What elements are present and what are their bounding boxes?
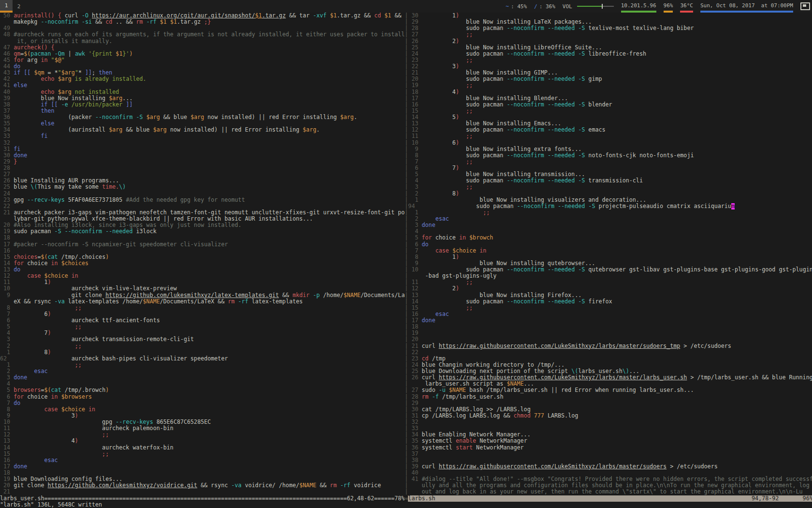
- right-pane-line: 19 ;;: [408, 82, 812, 89]
- code-row: 4 7)| 19: [0, 330, 812, 336]
- code-row: 30 done| 8 sudo pacman --noconfirm --nee…: [0, 152, 812, 159]
- split-divider: |: [405, 381, 408, 387]
- right-pane-line: 31 cp /LARBS.log LARBS.log && chmod 777 …: [408, 413, 812, 419]
- split-divider: |: [405, 140, 408, 146]
- left-pane-line: 19 blue Downloading config files...: [0, 476, 405, 482]
- left-pane-line: 49: [0, 25, 405, 31]
- right-pane-line: 13 blue Now installing Emacs...: [408, 120, 812, 127]
- right-pane-line: 8 1): [408, 254, 812, 260]
- left-pane-line: 2 ;;: [0, 343, 405, 349]
- left-pane-line: 26 blue Installing AUR programs...: [0, 178, 405, 184]
- code-row: 20 git clone https://github.com/lukesmit…: [0, 482, 812, 489]
- left-pane-line: 21 aurcheck packer i3-gaps vim-pathogen …: [0, 209, 405, 216]
- top-status-bar: 1 2 ~: 45% /: 36% VOL 10.201.5.96 96% 36…: [0, 0, 812, 13]
- split-divider: |: [405, 63, 408, 70]
- split-divider: |: [405, 82, 408, 89]
- right-pane-line: 28 rm -f /tmp/larbs_user.sh: [408, 394, 812, 400]
- split-divider: |: [405, 419, 408, 425]
- code-row: lybar-git python-pywal xfce-theme-blackb…: [0, 216, 812, 222]
- code-row: 1 ;;| 24 blue Changin working directory …: [0, 362, 812, 368]
- split-divider: |: [405, 222, 408, 228]
- right-pane-line: 26 curl https://raw.githubusercontent.co…: [408, 374, 812, 381]
- split-divider: |: [405, 152, 408, 159]
- right-pane-line: 35 systemctl enable NetworkManager: [408, 438, 812, 444]
- right-pane-line: 11 ;;: [408, 133, 812, 139]
- left-pane-line: 1 ;;: [0, 362, 405, 368]
- code-row: 50 aurinstall() { curl -O https://aur.ar…: [0, 13, 812, 19]
- split-divider: |: [405, 89, 408, 95]
- left-pane-line: 18: [0, 470, 405, 476]
- left-pane-line: 34 (aurinstall $arg && blue $arg now ins…: [0, 127, 405, 133]
- code-row: 14 aurcheck waterfox-bin| 36 systemctl s…: [0, 445, 812, 451]
- root-disk-usage: : 36%: [539, 3, 555, 10]
- right-pane-line: 20: [408, 336, 812, 343]
- right-pane-line: 39 curl https://raw.githubusercontent.co…: [408, 463, 812, 470]
- code-row: 12 ;;| 34 blue Enabling Network Manager.…: [0, 432, 812, 438]
- systray-module: [800, 0, 810, 13]
- split-divider: |: [405, 387, 408, 393]
- home-disk-usage: : 45%: [511, 3, 527, 10]
- split-divider: |: [405, 279, 408, 285]
- split-divider: |: [405, 445, 408, 451]
- code-row: 49 | 28 sudo pacman --noconfirm --needed…: [0, 25, 812, 31]
- split-divider: |: [405, 159, 408, 165]
- code-row: 31 fi| 9 blue Now installing extra fonts…: [0, 146, 812, 152]
- volume-slider-handle[interactable]: [602, 4, 603, 9]
- left-pane-line: 29 }: [0, 159, 405, 165]
- split-divider: |: [405, 13, 408, 19]
- monitor-icon[interactable]: [800, 2, 810, 10]
- left-pane-line: 13 4): [0, 438, 405, 444]
- code-row: 14 for choice in $choices| 9 blue Now in…: [0, 260, 812, 267]
- right-pane-line: 14 sudo pacman --noconfirm --needed -S f…: [408, 299, 812, 305]
- left-pane-line: 62 aurcheck bash-pipes cli-visualizer sp…: [0, 356, 405, 362]
- right-pane-line: 28 sudo pacman --noconfirm --needed -S t…: [408, 25, 812, 31]
- left-pane-line: 33 fi: [0, 133, 405, 139]
- editor-rows: 50 aurinstall() { curl -O https://aur.ar…: [0, 13, 812, 495]
- code-row: 47 aurcheck() {| 25 blue Now installing …: [0, 45, 812, 51]
- code-row: 16 | 7 case $choice in: [0, 248, 812, 254]
- right-pane-line: 7 case $choice in: [408, 248, 812, 254]
- right-pane-line: 20 sudo pacman --noconfirm --needed -S g…: [408, 76, 812, 82]
- split-divider: |: [405, 482, 408, 489]
- code-row: it, or installs it manually.| 26 2): [0, 38, 812, 45]
- split-divider: |: [405, 127, 408, 133]
- left-pane-line: 43 if [[ $qm = *"$arg"* ]]; then: [0, 70, 405, 76]
- split-divider: |: [405, 184, 408, 190]
- right-pane-line: 17 blue Now installing Blender...: [408, 95, 812, 102]
- code-row: 10 gpg --recv-keys 865E6C87C65285EC| 32: [0, 419, 812, 425]
- left-pane-line: 18: [0, 235, 405, 241]
- left-pane-line: 9 3): [0, 413, 405, 419]
- split-divider: |: [405, 305, 408, 311]
- code-row: 34 (aurinstall $arg && blue $arg now ins…: [0, 127, 812, 133]
- code-row: makepkg --noconfirm -si && cd .. && rm -…: [0, 19, 812, 25]
- split-divider: |: [405, 209, 408, 216]
- workspace-button-1[interactable]: 1: [0, 0, 13, 13]
- left-pane-line: 6 for choice in $browsers: [0, 394, 405, 400]
- code-row: 4 | larbs_user.sh script as $NAME...: [0, 381, 812, 387]
- left-pane-line: 30 done: [0, 152, 405, 159]
- date-time: Sun, Oct 08, 2017 at 07:00PM: [700, 2, 793, 9]
- split-divider: |: [405, 343, 408, 349]
- volume-slider[interactable]: [577, 6, 614, 7]
- right-pane-line: 40: [408, 470, 812, 476]
- left-pane-line: 28: [0, 165, 405, 171]
- code-row: 12 case $choice in| -bad gst-plugins-ugl…: [0, 273, 812, 279]
- split-divider: |: [405, 267, 408, 273]
- right-pane-line: 15 ;;: [408, 305, 812, 311]
- code-row: 9 3)| 31 cp /LARBS.log LARBS.log && chmo…: [0, 413, 812, 419]
- left-pane-line: 8 case $choice in: [0, 406, 405, 413]
- right-pane-line: 8 sudo pacman --noconfirm --needed -S no…: [408, 152, 812, 159]
- right-pane-line: ully and all the programs and configurat…: [408, 482, 812, 489]
- vim-command-line: "larbs.sh" 136L, 5648C written: [0, 502, 812, 508]
- right-pane-line: 27 sudo -u $NAME bash /tmp/larbs_user.sh…: [408, 387, 812, 393]
- right-pane-line: 5 for choice in $browch: [408, 235, 812, 241]
- workspace-button-2[interactable]: 2: [13, 0, 25, 13]
- right-pane-line: 41 #dialog --title "All done!" --msgbox …: [408, 476, 812, 482]
- left-pane-line: 12 ;;: [0, 432, 405, 438]
- split-divider: |: [405, 374, 408, 381]
- code-row: 13 do| 10 sudo pacman --noconfirm --need…: [0, 267, 812, 273]
- temperature-module: 36°C: [680, 0, 693, 13]
- split-divider: |: [405, 228, 408, 235]
- right-pane-line: 23 ;;: [408, 57, 812, 63]
- right-pane-line: 1 ;;: [408, 209, 812, 216]
